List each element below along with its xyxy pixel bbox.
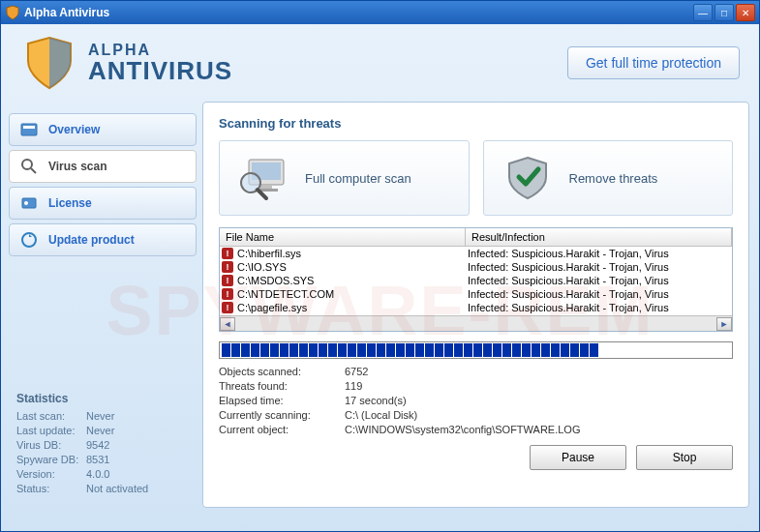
- license-icon: [19, 193, 39, 213]
- statistics-panel: Statistics Last scan:NeverLast update:Ne…: [9, 392, 197, 496]
- warning-icon: !: [222, 261, 233, 273]
- table-row[interactable]: !C:\hiberfil.sysInfected: Suspicious.Har…: [220, 247, 732, 260]
- full-scan-card[interactable]: Full computer scan: [219, 140, 470, 216]
- stats-value: Never: [86, 424, 114, 438]
- detail-label: Threats found:: [219, 379, 345, 394]
- result-text: Infected: Suspicious.Harakit - Trojan, V…: [468, 248, 730, 259]
- titlebar: Alpha Antivirus — □ ✕: [1, 1, 759, 24]
- app-icon: [5, 5, 20, 20]
- sidebar-item-label: Virus scan: [48, 160, 106, 173]
- update-icon: [19, 230, 39, 250]
- window-title: Alpha Antivirus: [24, 6, 693, 19]
- stats-label: Virus DB:: [16, 438, 86, 453]
- progress-bar: [219, 341, 733, 359]
- stats-title: Statistics: [16, 392, 189, 405]
- shield-icon: [20, 34, 78, 92]
- sidebar: Overview Virus scan License Update produ…: [1, 102, 202, 517]
- scroll-right-button[interactable]: ►: [716, 317, 732, 331]
- sidebar-item-overview[interactable]: Overview: [9, 113, 197, 146]
- detail-value: C:\WINDOWS\system32\config\SOFTWARE.LOG: [345, 423, 580, 437]
- sidebar-item-label: Overview: [48, 123, 100, 136]
- detail-value: 17 second(s): [345, 394, 407, 408]
- maximize-button[interactable]: □: [714, 4, 734, 21]
- sidebar-item-label: License: [48, 196, 92, 210]
- column-header-filename[interactable]: File Name: [220, 228, 466, 246]
- pause-button[interactable]: Pause: [530, 445, 626, 470]
- overview-icon: [19, 120, 39, 139]
- stats-value: Not activated: [86, 482, 148, 496]
- results-table: File Name Result/Infection !C:\hiberfil.…: [219, 227, 733, 332]
- file-name: C:\MSDOS.SYS: [237, 275, 314, 286]
- file-name: C:\NTDETECT.COM: [237, 288, 334, 300]
- result-text: Infected: Suspicious.Harakit - Trojan, V…: [468, 275, 730, 286]
- stats-value: 4.0.0: [86, 467, 109, 482]
- detail-label: Currently scanning:: [219, 408, 345, 423]
- stats-label: Version:: [16, 467, 86, 482]
- stats-label: Status:: [16, 482, 86, 496]
- app-window: Alpha Antivirus — □ ✕ ALPHA ANTIVIRUS Ge…: [0, 0, 760, 532]
- sidebar-item-update[interactable]: Update product: [9, 223, 197, 256]
- sidebar-item-virus-scan[interactable]: Virus scan: [9, 150, 197, 183]
- table-row[interactable]: !C:\MSDOS.SYSInfected: Suspicious.Haraki…: [220, 274, 732, 287]
- file-name: C:\hiberfil.sys: [237, 248, 301, 259]
- svg-rect-1: [23, 126, 35, 129]
- svg-rect-0: [21, 124, 37, 135]
- svg-point-5: [24, 201, 28, 205]
- table-row[interactable]: !C:\NTDETECT.COMInfected: Suspicious.Har…: [220, 287, 732, 301]
- sidebar-item-license[interactable]: License: [9, 187, 197, 220]
- column-header-result[interactable]: Result/Infection: [466, 228, 732, 246]
- action-label: Full computer scan: [305, 171, 411, 186]
- minimize-button[interactable]: —: [693, 4, 713, 21]
- stop-button[interactable]: Stop: [636, 445, 733, 470]
- stats-label: Last scan:: [16, 409, 86, 424]
- detail-label: Current object:: [219, 423, 345, 437]
- svg-point-2: [22, 160, 32, 169]
- remove-threats-card[interactable]: Remove threats: [483, 140, 734, 216]
- horizontal-scrollbar[interactable]: ◄ ►: [220, 315, 732, 331]
- get-protection-button[interactable]: Get full time protection: [567, 46, 740, 79]
- result-text: Infected: Suspicious.Harakit - Trojan, V…: [468, 288, 730, 300]
- file-name: C:\pagefile.sys: [237, 302, 307, 313]
- scroll-left-button[interactable]: ◄: [220, 317, 235, 331]
- result-text: Infected: Suspicious.Harakit - Trojan, V…: [468, 302, 730, 313]
- content-panel: Scanning for threats Full computer scan …: [202, 102, 749, 508]
- section-title: Scanning for threats: [219, 116, 733, 131]
- stats-label: Spyware DB:: [16, 453, 86, 467]
- detail-value: 119: [345, 379, 362, 394]
- action-label: Remove threats: [569, 171, 658, 186]
- stats-value: 9542: [86, 438, 109, 453]
- logo: ALPHA ANTIVIRUS: [20, 34, 232, 92]
- warning-icon: !: [222, 275, 233, 286]
- sidebar-item-label: Update product: [48, 233, 135, 247]
- logo-text-2: ANTIVIRUS: [88, 58, 232, 83]
- detail-value: 6752: [345, 365, 368, 379]
- svg-line-3: [31, 168, 36, 173]
- monitor-magnify-icon: [235, 154, 291, 202]
- detail-label: Elapsed time:: [219, 394, 345, 408]
- result-text: Infected: Suspicious.Harakit - Trojan, V…: [468, 261, 730, 273]
- svg-rect-9: [260, 185, 272, 189]
- table-row[interactable]: !C:\pagefile.sysInfected: Suspicious.Har…: [220, 301, 732, 314]
- table-row[interactable]: !C:\IO.SYSInfected: Suspicious.Harakit -…: [220, 260, 732, 274]
- warning-icon: !: [222, 248, 233, 259]
- scan-details: Objects scanned:6752Threats found:119Ela…: [219, 365, 733, 437]
- detail-value: C:\ (Local Disk): [345, 408, 417, 423]
- detail-label: Objects scanned:: [219, 365, 345, 379]
- warning-icon: !: [222, 288, 233, 300]
- stats-label: Last update:: [16, 424, 86, 438]
- stats-value: 8531: [86, 453, 109, 467]
- shield-check-icon: [500, 154, 556, 202]
- close-button[interactable]: ✕: [736, 4, 755, 21]
- file-name: C:\IO.SYS: [237, 261, 287, 273]
- header: ALPHA ANTIVIRUS Get full time protection: [1, 24, 759, 102]
- stats-value: Never: [86, 409, 114, 424]
- magnify-icon: [19, 157, 39, 176]
- warning-icon: !: [222, 302, 233, 313]
